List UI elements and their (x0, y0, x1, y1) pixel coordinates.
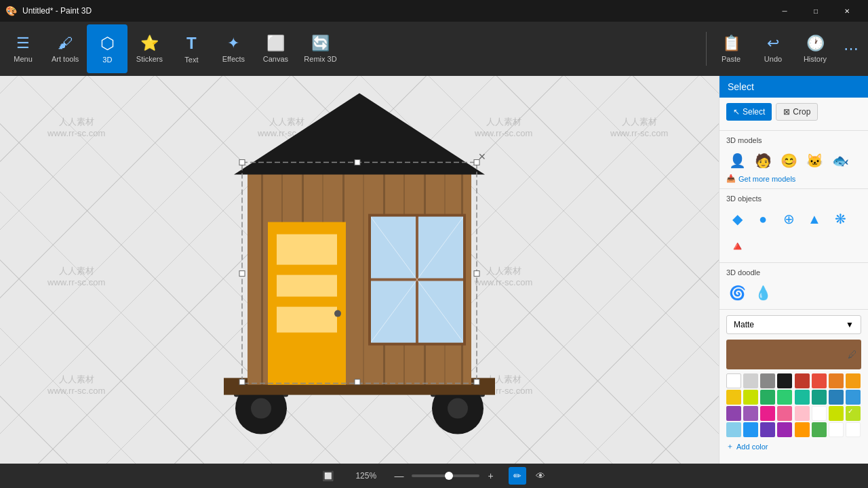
maximize-button[interactable]: □ (800, 0, 831, 22)
color-orange2[interactable] (795, 422, 810, 437)
model-fish[interactable]: 🐟 (829, 150, 851, 171)
toolbar-stickers[interactable]: ⭐ Stickers (129, 24, 170, 73)
zoom-in-button[interactable]: + (485, 469, 496, 483)
color-lightpink[interactable] (777, 406, 792, 421)
color-yellow[interactable] (726, 390, 741, 405)
object-torus[interactable]: ⊕ (778, 208, 800, 230)
toolbar-more[interactable]: ⋯ (837, 24, 865, 73)
zoom-slider[interactable] (412, 474, 479, 477)
object-cone[interactable]: 🔺 (726, 235, 748, 257)
zoom-out-button[interactable]: — (391, 469, 406, 483)
color-orange[interactable] (829, 373, 844, 388)
color-lightgreen[interactable] (777, 390, 792, 405)
toolbar-canvas[interactable]: ⬜ Canvas (255, 24, 296, 73)
toolbar-undo[interactable]: ↩ Undo (753, 24, 793, 73)
model-face[interactable]: 😊 (778, 150, 800, 171)
eyedropper-icon[interactable]: 🖊 (848, 349, 857, 360)
toolbar-paste[interactable]: 📋 Paste (711, 24, 751, 73)
crop-icon: ⊠ (783, 107, 790, 117)
toolbar-paste-label: Paste (722, 55, 741, 63)
model-person1[interactable]: 👤 (726, 150, 748, 171)
house-illustration[interactable]: ✕ (214, 87, 505, 439)
doodle-title: 3D doodle (726, 268, 861, 277)
svg-rect-37 (474, 271, 479, 277)
color-darkred[interactable] (795, 373, 810, 388)
toolbar-art-tools-label: Art tools (52, 55, 79, 63)
view-icon[interactable]: 🔲 (319, 467, 336, 485)
matte-dropdown[interactable]: Matte ▼ (726, 315, 861, 334)
titlebar: 🎨 Untitled* - Paint 3D ─ □ ✕ (0, 0, 868, 22)
object-sphere[interactable]: ● (752, 208, 774, 230)
color-green[interactable] (760, 390, 775, 405)
object-pyramid[interactable]: ▲ (804, 208, 825, 230)
color-lightgray[interactable] (743, 373, 758, 388)
color-white[interactable] (726, 373, 741, 388)
close-button[interactable]: ✕ (831, 0, 863, 22)
color-lime[interactable] (743, 390, 758, 405)
color-green2[interactable] (812, 422, 827, 437)
crop-button[interactable]: ⊠ Crop (776, 103, 818, 121)
color-white2[interactable] (812, 406, 827, 421)
toolbar-effects[interactable]: ✦ Effects (213, 24, 254, 73)
model-person2[interactable]: 🧑 (752, 150, 774, 171)
color-skyblue[interactable] (726, 422, 741, 437)
svg-rect-36 (239, 271, 245, 277)
color-palette-2 (726, 422, 861, 437)
doodle-type1[interactable]: 🌀 (726, 282, 748, 304)
models-section: 3D models 👤 🧑 😊 🐱 🐟 📥 Get more models (719, 131, 868, 189)
color-black[interactable] (777, 373, 792, 388)
color-indigo[interactable] (760, 422, 775, 437)
color-blue[interactable] (846, 390, 861, 405)
svg-point-5 (448, 399, 468, 419)
color-darkteal[interactable] (812, 390, 827, 405)
color-gray[interactable] (760, 373, 775, 388)
color-blue2[interactable] (743, 422, 758, 437)
toolbar-3d[interactable]: ⬡ 3D (87, 24, 127, 73)
color-darkblue[interactable] (829, 390, 844, 405)
color-empty2[interactable] (846, 422, 861, 437)
color-teal[interactable] (795, 390, 810, 405)
color-empty1[interactable] (829, 422, 844, 437)
svg-rect-39 (355, 380, 360, 385)
object-cube[interactable]: ◆ (726, 208, 748, 230)
svg-text:✕: ✕ (478, 151, 486, 162)
color-chartreuse[interactable] (829, 406, 844, 421)
toolbar-art-tools[interactable]: 🖌 Art tools (45, 24, 85, 73)
get-more-models[interactable]: 📥 Get more models (726, 174, 861, 183)
minimize-button[interactable]: ─ (769, 0, 800, 22)
toolbar-3d-label: 3D (102, 56, 112, 64)
doodle-type2[interactable]: 💧 (752, 282, 774, 304)
objects-grid2: 🔺 (726, 235, 861, 257)
color-amber[interactable] (846, 373, 861, 388)
color-palette: ✓ (726, 373, 861, 421)
add-color-label: Add color (736, 443, 768, 451)
objects-section: 3D objects ◆ ● ⊕ ▲ ❋ 🔺 (719, 189, 868, 263)
color-purple[interactable] (726, 406, 741, 421)
select-button[interactable]: ↖ Select (726, 103, 772, 121)
panel-header: Select (719, 76, 868, 98)
toolbar-menu[interactable]: ☰ Menu (3, 24, 43, 73)
color-pink[interactable] (760, 406, 775, 421)
svg-rect-14 (363, 168, 364, 385)
object-shape5[interactable]: ❋ (829, 208, 851, 230)
color-selected[interactable]: ✓ (846, 406, 861, 421)
add-color-button[interactable]: ＋ Add color (719, 439, 868, 457)
pen-tool-button[interactable]: ✏ (509, 467, 526, 485)
eye-tool-button[interactable]: 👁 (532, 467, 549, 485)
color-violet[interactable] (743, 406, 758, 421)
toolbar-stickers-label: Stickers (136, 55, 163, 63)
current-color-swatch[interactable]: 🖊 (726, 340, 861, 369)
color-magenta[interactable] (777, 422, 792, 437)
toolbar-undo-label: Undo (764, 55, 782, 63)
toolbar-canvas-label: Canvas (263, 55, 288, 63)
color-red[interactable] (812, 373, 827, 388)
toolbar-remix3d[interactable]: 🔄 Remix 3D (297, 24, 343, 73)
model-cat[interactable]: 🐱 (804, 150, 825, 171)
toolbar-remix3d-label: Remix 3D (304, 55, 336, 63)
art-tools-icon: 🖌 (58, 35, 73, 52)
color-palerose[interactable] (795, 406, 810, 421)
canvas-area[interactable]: 人人素材www.rr-sc.com 人人素材www.rr-sc.com 人人素材… (0, 76, 719, 464)
toolbar-text[interactable]: T Text (171, 24, 212, 73)
toolbar-history[interactable]: 🕐 History (795, 24, 835, 73)
select-btns-group: ↖ Select ⊠ Crop (726, 103, 861, 121)
